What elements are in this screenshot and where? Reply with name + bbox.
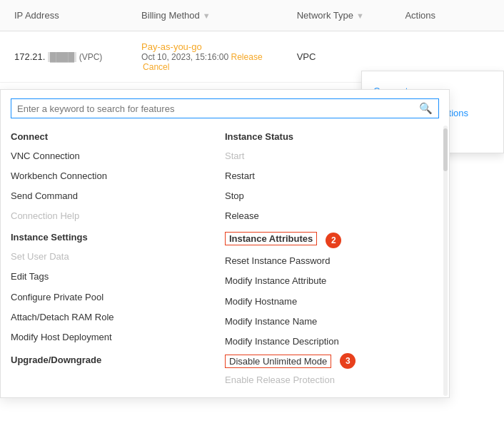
ip-mask: ████ <box>48 52 76 62</box>
instance-settings-title: Instance Settings <box>11 232 211 243</box>
connect-section-title: Connect <box>11 131 211 142</box>
menu-col-1: Connect VNC Connection Workbench Connect… <box>11 128 225 390</box>
modify-instance-attribute[interactable]: Modify Instance Attribute <box>225 271 425 291</box>
reset-instance-password[interactable]: Reset Instance Password <box>225 251 425 271</box>
cancel-link[interactable]: Cancel <box>143 62 169 72</box>
set-user-data: Set User Data <box>11 247 211 267</box>
enable-release-protection: Enable Release Protection <box>225 370 425 390</box>
td-ip: 172.21. ████ (VPC) <box>7 49 134 65</box>
start-action: Start <box>225 146 425 166</box>
restart-action[interactable]: Restart <box>225 166 425 186</box>
search-input[interactable] <box>17 103 419 114</box>
th-billing-label: Billing Method <box>141 10 200 21</box>
modify-instance-description[interactable]: Modify Instance Description <box>225 332 425 352</box>
billing-filter-icon[interactable]: ▼ <box>203 11 211 20</box>
send-command[interactable]: Send Command <box>11 186 211 206</box>
th-billing: Billing Method ▼ <box>134 0 290 31</box>
instance-status-title: Instance Status <box>225 131 425 142</box>
network-filter-icon[interactable]: ▼ <box>356 11 364 20</box>
modify-instance-name[interactable]: Modify Instance Name <box>225 312 425 332</box>
release-link[interactable]: Release <box>231 52 263 62</box>
th-actions-label: Actions <box>405 10 435 21</box>
table-header: IP Address Billing Method ▼ Network Type… <box>0 0 504 31</box>
upgrade-downgrade-title: Upgrade/Downgrade <box>11 355 211 365</box>
stop-menu-action[interactable]: Stop <box>225 186 425 206</box>
billing-date-text: Oct 10, 2023, 15:16:00 <box>141 52 228 62</box>
scrollbar-thumb[interactable] <box>443 128 448 171</box>
instance-attributes-title: Instance Attributes <box>229 233 313 244</box>
menu-col-2: Instance Status Start Restart Stop Relea… <box>225 128 439 390</box>
billing-type: Pay-as-you-go <box>141 41 283 52</box>
search-icon: 🔍 <box>419 102 433 115</box>
modify-hostname[interactable]: Modify Hostname <box>225 292 425 312</box>
td-actions: Connect Change Configurations Stop | ⋮ 1 <box>398 54 497 60</box>
th-network: Network Type ▼ <box>290 0 398 31</box>
billing-date: Oct 10, 2023, 15:16:00 Release Cancel <box>141 52 283 72</box>
th-ip: IP Address <box>7 0 134 31</box>
feature-search-popup: 🔍 Connect VNC Connection Workbench Conne… <box>0 89 450 398</box>
td-billing: Pay-as-you-go Oct 10, 2023, 15:16:00 Rel… <box>134 39 290 75</box>
configure-private-pool[interactable]: Configure Private Pool <box>11 287 211 307</box>
th-ip-label: IP Address <box>14 10 59 21</box>
edit-tags[interactable]: Edit Tags <box>11 267 211 287</box>
connection-help: Connection Help <box>11 206 211 226</box>
release-action[interactable]: Release <box>225 206 425 226</box>
vnc-connection[interactable]: VNC Connection <box>11 146 211 166</box>
network-value: VPC <box>297 51 316 62</box>
td-network: VPC <box>290 49 398 65</box>
attach-detach-ram[interactable]: Attach/Detach RAM Role <box>11 307 211 327</box>
table-row: 172.21. ████ (VPC) Pay-as-you-go Oct 10,… <box>0 31 504 83</box>
vpc-tag: (VPC) <box>79 52 103 62</box>
menu-grid: Connect VNC Connection Workbench Connect… <box>1 128 449 390</box>
search-container: 🔍 <box>11 98 439 118</box>
badge-3: 3 <box>340 353 356 369</box>
disable-unlimited-box[interactable]: Disable Unlimited Mode <box>225 355 331 368</box>
th-actions: Actions <box>398 0 497 31</box>
workbench-connection[interactable]: Workbench Connection <box>11 166 211 186</box>
scrollbar-track[interactable] <box>443 126 448 396</box>
ip-address: 172.21. <box>14 51 45 62</box>
th-network-label: Network Type <box>297 10 353 21</box>
modify-host-deployment[interactable]: Modify Host Deployment <box>11 327 211 347</box>
badge-2: 2 <box>326 233 341 248</box>
instance-attributes-box: Instance Attributes <box>225 232 317 245</box>
